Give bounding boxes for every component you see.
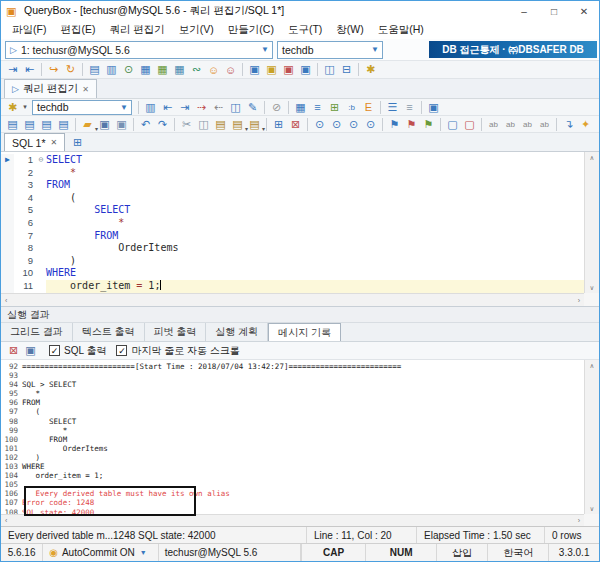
query-database-select[interactable]: techdb ▼ — [32, 100, 132, 115]
tab-sql-1[interactable]: SQL 1* ✕ — [4, 133, 65, 151]
table-grid-icon[interactable]: ▦ — [137, 62, 154, 77]
open-file-icon[interactable]: ▰▾ — [79, 117, 96, 132]
new-sql-recent-icon[interactable]: ▤ — [55, 117, 72, 132]
message-log-content[interactable]: 92=========================[Start Time :… — [1, 360, 584, 514]
fetch-first-icon[interactable]: ⇤ — [159, 100, 176, 115]
chevron-down-icon[interactable]: ▼ — [258, 45, 272, 54]
capitalize-icon[interactable]: ab — [536, 117, 553, 132]
lowercase-icon[interactable]: ab — [502, 117, 519, 132]
editor-line-4[interactable]: 4 ( — [1, 192, 584, 205]
connection-select[interactable]: ▷ 1: techusr@MySQL 5.6 ▼ — [5, 41, 273, 59]
session-monitor-icon[interactable]: ▣ — [246, 62, 263, 77]
close-button[interactable]: ✕ — [569, 1, 599, 21]
split-horizontal-icon[interactable]: ⊟ — [338, 62, 355, 77]
menu-item-8[interactable]: 도움말(H) — [371, 21, 431, 39]
checkbox-checked-icon[interactable] — [49, 345, 60, 356]
fetch-stop-icon[interactable]: ⇠ — [210, 100, 227, 115]
open-connection-icon[interactable]: ↪ — [45, 62, 62, 77]
scroll-down-icon[interactable]: ∨ — [590, 503, 595, 514]
scroll-down-icon[interactable]: ∨ — [590, 282, 595, 293]
editor-horizontal-scrollbar[interactable]: ‹ › — [1, 293, 584, 306]
editor-line-1[interactable]: ▶1⊖SELECT — [1, 154, 584, 167]
tab-query-editor[interactable]: ▷ 쿼리 편집기 ✕ — [4, 79, 97, 98]
log-vertical-scrollbar[interactable]: ∧ ∨ — [584, 360, 599, 514]
session-kill-icon[interactable]: ▣ — [280, 62, 297, 77]
split-vertical-icon[interactable]: ◫ — [321, 62, 338, 77]
chevron-down-icon[interactable]: ▾ — [21, 100, 29, 115]
result-tab-2[interactable]: 텍스트 출력 — [73, 323, 145, 341]
bookmark-list-icon[interactable]: ⚑ — [420, 117, 437, 132]
gear-icon[interactable]: ✱ — [4, 100, 21, 115]
fold-collapse-icon[interactable]: ⊖ — [36, 154, 46, 167]
menu-item-6[interactable]: 도구(T) — [281, 21, 329, 39]
editor-vertical-scrollbar[interactable]: ∧ ∨ — [584, 152, 599, 293]
copy-rows-icon[interactable]: ◫ — [227, 100, 244, 115]
user-manager-icon[interactable]: ☺ — [205, 62, 222, 77]
maximize-button[interactable]: □ — [539, 1, 569, 21]
fetch-next-icon[interactable]: ⇢ — [193, 100, 210, 115]
bind-variable-icon[interactable]: :b — [343, 100, 360, 115]
editor-line-8[interactable]: 8 OrderItems — [1, 242, 584, 255]
switch-connection-icon[interactable]: ↻ — [62, 62, 79, 77]
uncomment-icon[interactable]: ▢ — [461, 117, 478, 132]
session-lock-icon[interactable]: ▣ — [263, 62, 280, 77]
autoscroll-checkbox[interactable]: 마지막 줄로 자동 스크롤 — [116, 344, 239, 358]
find-next-icon[interactable]: ⊙ — [345, 117, 362, 132]
user-icon[interactable]: ☺ — [222, 62, 239, 77]
paste-special-icon[interactable]: ▤▾ — [246, 117, 263, 132]
new-sql-template-icon[interactable]: ▤ — [38, 117, 55, 132]
result-grid-icon[interactable]: ▦ — [292, 100, 309, 115]
editor-settings-icon[interactable]: ✦ — [577, 117, 594, 132]
chevron-down-icon[interactable]: ▼ — [368, 45, 382, 54]
menu-item-5[interactable]: 만들기(C) — [221, 21, 281, 39]
menu-item-2[interactable]: 편집(E) — [53, 21, 102, 39]
cut-icon[interactable]: ✂ — [178, 117, 195, 132]
row-count-icon[interactable]: ⊞ — [326, 100, 343, 115]
scroll-up-icon[interactable]: ∧ — [590, 152, 595, 163]
select-block-icon[interactable]: ⊞ — [270, 117, 287, 132]
editor-line-11[interactable]: 11 order_item = 1; — [1, 280, 584, 293]
editor-line-6[interactable]: 6 * — [1, 217, 584, 230]
format-sql-icon[interactable]: ☰ — [384, 100, 401, 115]
save-file-icon[interactable]: ▣ — [96, 117, 113, 132]
chevron-down-icon[interactable]: ▾ — [262, 125, 265, 132]
table-import-icon[interactable]: ▦ — [171, 62, 188, 77]
autocommit-toggle[interactable]: ◉ AutoCommit ON ▼ — [43, 544, 159, 561]
database-select[interactable]: techdb ▼ — [277, 41, 383, 59]
editor-line-7[interactable]: 7 FROM — [1, 230, 584, 243]
editor-line-5[interactable]: 5 SELECT — [1, 204, 584, 217]
uppercase-icon[interactable]: ab — [485, 117, 502, 132]
scroll-right-icon[interactable]: › — [578, 517, 580, 524]
schema-search-icon[interactable]: ▥ — [103, 62, 120, 77]
new-tab-icon[interactable]: ⊞ — [69, 135, 86, 150]
table-export-icon[interactable]: ▦ — [154, 62, 171, 77]
preferences-icon[interactable]: ✱ — [362, 62, 379, 77]
schema-browser-icon[interactable]: ▤ — [86, 62, 103, 77]
new-sql-copy-icon[interactable]: ▤ — [21, 117, 38, 132]
menu-item-4[interactable]: 보기(V) — [172, 21, 221, 39]
clear-messages-icon[interactable]: ⊠ — [5, 343, 22, 358]
close-icon[interactable]: ✕ — [82, 85, 89, 94]
sql-output-checkbox[interactable]: SQL 출력 — [49, 344, 106, 358]
find-icon[interactable]: ⊙ — [311, 117, 328, 132]
editor-line-9[interactable]: 9 ) — [1, 255, 584, 268]
connect-icon[interactable]: ⇥ — [4, 62, 21, 77]
editor-line-10[interactable]: 10WHERE — [1, 267, 584, 280]
find-in-files-icon[interactable]: ⊙ — [362, 117, 379, 132]
case-toggle-icon[interactable]: ab — [519, 117, 536, 132]
menu-item-1[interactable]: 파일(F) — [5, 21, 53, 39]
bookmark-add-icon[interactable]: ⚑ — [386, 117, 403, 132]
scroll-left-icon[interactable]: ‹ — [5, 517, 7, 524]
editor-code-area[interactable]: ▶1⊖SELECT2 *3FROM4 (5 SELECT6 *7 FROM8 O… — [1, 152, 584, 293]
scroll-up-icon[interactable]: ∧ — [590, 360, 595, 371]
result-tab-5[interactable]: 메시지 기록 — [268, 323, 341, 341]
editor-line-2[interactable]: 2 * — [1, 167, 584, 180]
paste-history-icon[interactable]: ▤▾ — [229, 117, 246, 132]
undo-icon[interactable]: ↶ — [137, 117, 154, 132]
comment-icon[interactable]: ▢ — [444, 117, 461, 132]
scroll-left-icon[interactable]: ‹ — [5, 297, 7, 304]
sql-finder-icon[interactable]: ⊙ — [120, 62, 137, 77]
result-tab-3[interactable]: 피벗 출력 — [145, 323, 207, 341]
scroll-right-icon[interactable]: › — [578, 297, 580, 304]
chevron-down-icon[interactable]: ▼ — [140, 549, 147, 556]
